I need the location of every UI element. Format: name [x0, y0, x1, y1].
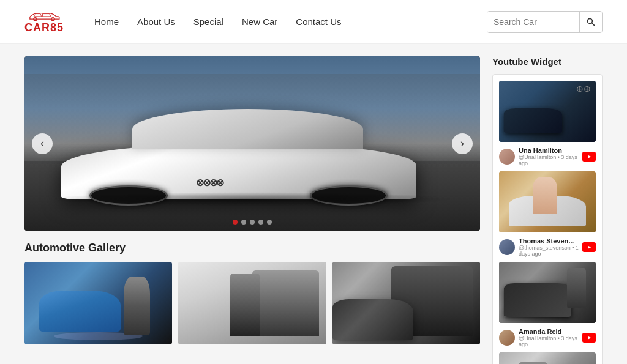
yt-user-handle-3: @UnaHamilton • 3 days ago [519, 335, 579, 347]
carousel-dots [233, 220, 272, 225]
yt-user-info-3: Amanda Reid @UnaHamilton • 3 days ago [519, 328, 579, 347]
nav-about[interactable]: About Us [137, 14, 175, 29]
g2-person-1 [252, 270, 319, 336]
car-roof [132, 109, 363, 150]
logo-text: CAR85 [24, 21, 64, 34]
search-button[interactable] [579, 12, 602, 32]
yt-play-btn-3[interactable]: ▶ [582, 333, 596, 343]
gallery-img-3 [332, 262, 480, 344]
yt1-brand: ⊕⊕ [576, 84, 591, 94]
gallery-img-1 [24, 262, 172, 344]
right-sidebar: Youtube Widget ⊕⊕ Una Hamilton @UnaHamil… [492, 56, 603, 364]
yt-avatar-2 [499, 239, 515, 255]
yt-user-handle-1: @UnaHamilton • 3 days ago [519, 154, 579, 166]
carousel-next-button[interactable]: › [452, 133, 473, 154]
yt-thumb-4[interactable] [499, 352, 596, 364]
yt3-person [567, 268, 587, 308]
yt3-car [504, 283, 572, 317]
dot-1[interactable] [233, 220, 238, 225]
carousel-prev-button[interactable]: ‹ [32, 133, 53, 154]
logo[interactable]: CAR85 [24, 9, 64, 34]
gallery-item-2[interactable] [178, 262, 326, 344]
yt-user-row-3: Amanda Reid @UnaHamilton • 3 days ago ▶ [499, 328, 596, 347]
yt-user-name-1: Una Hamilton [519, 147, 579, 154]
yt-img-1: ⊕⊕ [499, 81, 596, 142]
gallery-title: Automotive Gallery [24, 242, 480, 254]
widget-title: Youtube Widget [492, 56, 603, 67]
yt-img-4 [499, 352, 596, 364]
yt1-car [504, 108, 562, 133]
search-icon [586, 17, 596, 27]
dot-2[interactable] [241, 220, 246, 225]
yt-user-handle-2: @thomas_stevenson • 1 days ago [519, 245, 579, 257]
gallery-item-3[interactable] [332, 262, 480, 344]
g1-car [39, 291, 121, 332]
gallery-grid [24, 262, 480, 344]
svg-point-2 [587, 18, 592, 23]
dot-4[interactable] [258, 220, 263, 225]
yt-user-info-1: Una Hamilton @UnaHamilton • 3 days ago [519, 147, 579, 166]
gallery-item-1[interactable] [24, 262, 172, 344]
g1-person [124, 277, 150, 335]
main-nav: Home About Us Special New Car Contact Us [94, 14, 487, 29]
site-header: CAR85 Home About Us Special New Car Cont… [0, 0, 627, 44]
dot-5[interactable] [267, 220, 272, 225]
yt-play-btn-2[interactable]: ▶ [582, 242, 596, 252]
gallery-img-2 [178, 262, 326, 344]
nav-contact[interactable]: Contact Us [296, 14, 341, 29]
yt-user-row-1: Una Hamilton @UnaHamilton • 3 days ago ▶ [499, 147, 596, 166]
g3-car [332, 299, 414, 341]
car-body: ⊗⊗⊗⊗ [61, 109, 416, 199]
yt-img-2 [499, 171, 596, 232]
search-input[interactable] [487, 12, 579, 32]
carousel-image: ⊗⊗⊗⊗ [24, 56, 480, 231]
yt-user-name-3: Amanda Reid [519, 328, 579, 335]
yt-avatar-3 [499, 330, 515, 346]
yt-user-name-2: Thomas Stevenson [519, 237, 579, 245]
yt-user-info-2: Thomas Stevenson @thomas_stevenson • 1 d… [519, 237, 579, 257]
yt-thumb-1[interactable]: ⊕⊕ [499, 81, 596, 142]
search-bar [487, 11, 603, 33]
car-shadow [47, 192, 457, 206]
yt-play-btn-1[interactable]: ▶ [582, 152, 596, 162]
left-column: ⊗⊗⊗⊗ ‹ › Automotive Gallery [24, 56, 480, 364]
nav-new-car[interactable]: New Car [242, 14, 277, 29]
yt2-person [533, 177, 557, 214]
yt-thumb-3[interactable] [499, 262, 596, 323]
hero-carousel: ⊗⊗⊗⊗ ‹ › [24, 56, 480, 231]
logo-icon [26, 9, 62, 23]
nav-home[interactable]: Home [94, 14, 119, 29]
yt-img-3 [499, 262, 596, 323]
g2-person-2 [230, 274, 260, 336]
youtube-widget: ⊕⊕ Una Hamilton @UnaHamilton • 3 days ag… [492, 74, 603, 364]
yt-thumb-2[interactable] [499, 171, 596, 232]
yt-user-row-2: Thomas Stevenson @thomas_stevenson • 1 d… [499, 237, 596, 257]
car-logo: ⊗⊗⊗⊗ [196, 177, 223, 188]
main-content: ⊗⊗⊗⊗ ‹ › Automotive Gallery [0, 44, 627, 364]
yt-avatar-1 [499, 149, 515, 165]
svg-line-3 [592, 23, 595, 26]
nav-special[interactable]: Special [193, 14, 223, 29]
dot-3[interactable] [250, 220, 255, 225]
